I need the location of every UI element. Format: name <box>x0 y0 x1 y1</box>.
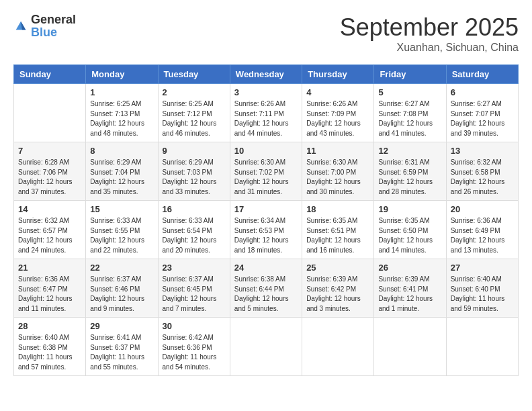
calendar-cell: 12Sunrise: 6:31 AM Sunset: 6:59 PM Dayli… <box>374 142 446 201</box>
day-number: 16 <box>163 204 226 214</box>
day-info: Sunrise: 6:29 AM Sunset: 7:03 PM Dayligh… <box>163 158 226 197</box>
day-info: Sunrise: 6:41 AM Sunset: 6:37 PM Dayligh… <box>90 333 153 372</box>
day-info: Sunrise: 6:33 AM Sunset: 6:55 PM Dayligh… <box>90 216 153 255</box>
calendar-week-row: 1Sunrise: 6:25 AM Sunset: 7:13 PM Daylig… <box>14 84 519 142</box>
calendar-cell: 3Sunrise: 6:26 AM Sunset: 7:11 PM Daylig… <box>230 84 302 142</box>
weekday-header: Tuesday <box>158 65 230 84</box>
calendar-cell: 26Sunrise: 6:39 AM Sunset: 6:41 PM Dayli… <box>374 259 446 318</box>
calendar-cell <box>230 318 302 376</box>
calendar-cell <box>302 318 374 376</box>
day-info: Sunrise: 6:30 AM Sunset: 7:00 PM Dayligh… <box>306 158 369 197</box>
calendar-cell: 21Sunrise: 6:36 AM Sunset: 6:47 PM Dayli… <box>14 259 86 318</box>
day-number: 3 <box>234 87 298 97</box>
day-info: Sunrise: 6:37 AM Sunset: 6:46 PM Dayligh… <box>90 275 153 314</box>
day-info: Sunrise: 6:40 AM Sunset: 6:40 PM Dayligh… <box>451 275 514 314</box>
calendar-cell: 29Sunrise: 6:41 AM Sunset: 6:37 PM Dayli… <box>86 318 158 376</box>
day-info: Sunrise: 6:35 AM Sunset: 6:50 PM Dayligh… <box>378 216 441 255</box>
day-number: 22 <box>90 263 153 273</box>
calendar-cell: 6Sunrise: 6:27 AM Sunset: 7:07 PM Daylig… <box>446 84 518 142</box>
calendar-cell <box>14 84 86 142</box>
calendar-cell: 19Sunrise: 6:35 AM Sunset: 6:50 PM Dayli… <box>374 201 446 259</box>
day-info: Sunrise: 6:36 AM Sunset: 6:49 PM Dayligh… <box>451 216 514 255</box>
day-number: 15 <box>90 204 153 214</box>
day-info: Sunrise: 6:40 AM Sunset: 6:38 PM Dayligh… <box>18 333 81 372</box>
calendar-table: SundayMondayTuesdayWednesdayThursdayFrid… <box>13 64 519 376</box>
calendar-cell: 27Sunrise: 6:40 AM Sunset: 6:40 PM Dayli… <box>446 259 518 318</box>
day-info: Sunrise: 6:39 AM Sunset: 6:42 PM Dayligh… <box>306 275 369 314</box>
calendar-cell: 15Sunrise: 6:33 AM Sunset: 6:55 PM Dayli… <box>86 201 158 259</box>
day-number: 5 <box>378 87 441 97</box>
day-number: 24 <box>234 263 298 273</box>
day-info: Sunrise: 6:42 AM Sunset: 6:36 PM Dayligh… <box>163 333 226 372</box>
calendar-cell: 17Sunrise: 6:34 AM Sunset: 6:53 PM Dayli… <box>230 201 302 259</box>
calendar-cell: 22Sunrise: 6:37 AM Sunset: 6:46 PM Dayli… <box>86 259 158 318</box>
day-info: Sunrise: 6:35 AM Sunset: 6:51 PM Dayligh… <box>306 216 369 255</box>
calendar-cell: 8Sunrise: 6:29 AM Sunset: 7:04 PM Daylig… <box>86 142 158 201</box>
day-number: 2 <box>163 87 226 97</box>
calendar-cell: 2Sunrise: 6:25 AM Sunset: 7:12 PM Daylig… <box>158 84 230 142</box>
day-info: Sunrise: 6:32 AM Sunset: 6:58 PM Dayligh… <box>451 158 514 197</box>
title-block: September 2025 Xuanhan, Sichuan, China <box>340 13 519 54</box>
calendar-cell: 23Sunrise: 6:37 AM Sunset: 6:45 PM Dayli… <box>158 259 230 318</box>
calendar-cell: 13Sunrise: 6:32 AM Sunset: 6:58 PM Dayli… <box>446 142 518 201</box>
location: Xuanhan, Sichuan, China <box>340 42 519 54</box>
day-number: 13 <box>451 146 514 156</box>
day-number: 28 <box>18 321 81 331</box>
day-info: Sunrise: 6:26 AM Sunset: 7:09 PM Dayligh… <box>306 99 369 138</box>
calendar-header-row: SundayMondayTuesdayWednesdayThursdayFrid… <box>14 65 519 84</box>
calendar-cell: 11Sunrise: 6:30 AM Sunset: 7:00 PM Dayli… <box>302 142 374 201</box>
calendar-cell: 10Sunrise: 6:30 AM Sunset: 7:02 PM Dayli… <box>230 142 302 201</box>
day-number: 17 <box>234 204 298 214</box>
day-info: Sunrise: 6:25 AM Sunset: 7:13 PM Dayligh… <box>90 99 153 138</box>
day-number: 9 <box>163 146 226 156</box>
logo-general: General <box>31 13 76 26</box>
day-info: Sunrise: 6:33 AM Sunset: 6:54 PM Dayligh… <box>163 216 226 255</box>
day-number: 19 <box>378 204 441 214</box>
day-number: 6 <box>451 87 514 97</box>
calendar-cell <box>374 318 446 376</box>
day-number: 30 <box>163 321 226 331</box>
day-info: Sunrise: 6:28 AM Sunset: 7:06 PM Dayligh… <box>18 158 81 197</box>
day-info: Sunrise: 6:25 AM Sunset: 7:12 PM Dayligh… <box>163 99 226 138</box>
calendar-week-row: 7Sunrise: 6:28 AM Sunset: 7:06 PM Daylig… <box>14 142 519 201</box>
calendar-cell: 30Sunrise: 6:42 AM Sunset: 6:36 PM Dayli… <box>158 318 230 376</box>
day-info: Sunrise: 6:31 AM Sunset: 6:59 PM Dayligh… <box>378 158 441 197</box>
day-info: Sunrise: 6:27 AM Sunset: 7:07 PM Dayligh… <box>451 99 514 138</box>
weekday-header: Friday <box>374 65 446 84</box>
weekday-header: Sunday <box>14 65 86 84</box>
weekday-header: Saturday <box>446 65 518 84</box>
calendar-cell: 7Sunrise: 6:28 AM Sunset: 7:06 PM Daylig… <box>14 142 86 201</box>
day-info: Sunrise: 6:36 AM Sunset: 6:47 PM Dayligh… <box>18 275 81 314</box>
day-info: Sunrise: 6:26 AM Sunset: 7:11 PM Dayligh… <box>234 99 298 138</box>
day-number: 26 <box>378 263 441 273</box>
logo-icon <box>13 19 28 34</box>
day-info: Sunrise: 6:38 AM Sunset: 6:44 PM Dayligh… <box>234 275 298 314</box>
calendar-cell: 4Sunrise: 6:26 AM Sunset: 7:09 PM Daylig… <box>302 84 374 142</box>
month-title: September 2025 <box>340 13 519 42</box>
day-info: Sunrise: 6:39 AM Sunset: 6:41 PM Dayligh… <box>378 275 441 314</box>
calendar-cell: 28Sunrise: 6:40 AM Sunset: 6:38 PM Dayli… <box>14 318 86 376</box>
day-info: Sunrise: 6:37 AM Sunset: 6:45 PM Dayligh… <box>163 275 226 314</box>
calendar-week-row: 14Sunrise: 6:32 AM Sunset: 6:57 PM Dayli… <box>14 201 519 259</box>
page-header: General Blue September 2025 Xuanhan, Sic… <box>13 13 519 54</box>
calendar-cell: 14Sunrise: 6:32 AM Sunset: 6:57 PM Dayli… <box>14 201 86 259</box>
calendar-cell: 24Sunrise: 6:38 AM Sunset: 6:44 PM Dayli… <box>230 259 302 318</box>
calendar-cell: 5Sunrise: 6:27 AM Sunset: 7:08 PM Daylig… <box>374 84 446 142</box>
day-info: Sunrise: 6:27 AM Sunset: 7:08 PM Dayligh… <box>378 99 441 138</box>
calendar-week-row: 28Sunrise: 6:40 AM Sunset: 6:38 PM Dayli… <box>14 318 519 376</box>
day-info: Sunrise: 6:29 AM Sunset: 7:04 PM Dayligh… <box>90 158 153 197</box>
day-number: 1 <box>90 87 153 97</box>
calendar-cell: 18Sunrise: 6:35 AM Sunset: 6:51 PM Dayli… <box>302 201 374 259</box>
day-number: 18 <box>306 204 369 214</box>
day-info: Sunrise: 6:32 AM Sunset: 6:57 PM Dayligh… <box>18 216 81 255</box>
calendar-cell <box>446 318 518 376</box>
day-number: 8 <box>90 146 153 156</box>
calendar-cell: 16Sunrise: 6:33 AM Sunset: 6:54 PM Dayli… <box>158 201 230 259</box>
calendar-cell: 9Sunrise: 6:29 AM Sunset: 7:03 PM Daylig… <box>158 142 230 201</box>
calendar-cell: 20Sunrise: 6:36 AM Sunset: 6:49 PM Dayli… <box>446 201 518 259</box>
day-number: 25 <box>306 263 369 273</box>
weekday-header: Wednesday <box>230 65 302 84</box>
calendar-cell: 25Sunrise: 6:39 AM Sunset: 6:42 PM Dayli… <box>302 259 374 318</box>
day-number: 11 <box>306 146 369 156</box>
day-number: 21 <box>18 263 81 273</box>
